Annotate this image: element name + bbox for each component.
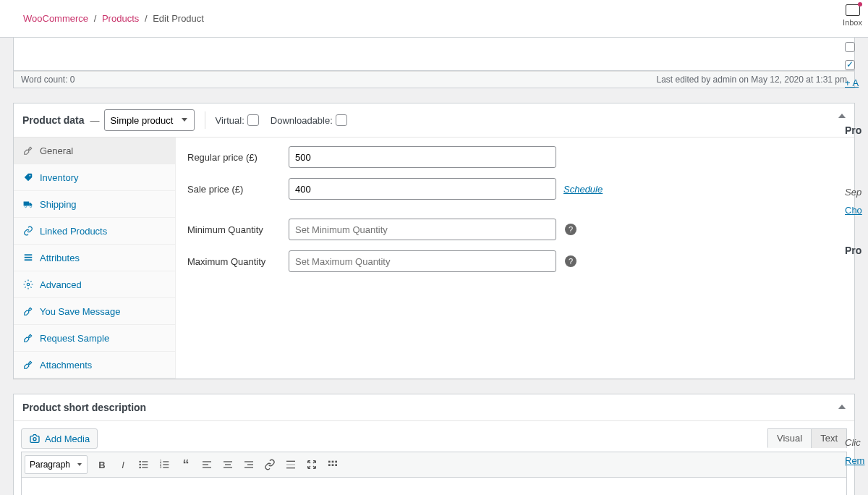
side-link-remove[interactable]: Rem [845,455,868,466]
svg-rect-6 [25,259,33,261]
svg-rect-31 [286,464,295,465]
min-qty-input[interactable] [289,219,556,240]
tab-inventory[interactable]: Inventory [14,164,175,190]
downloadable-checkbox[interactable] [336,114,347,126]
tab-attachments[interactable]: Attachments [14,352,175,378]
link-icon [22,225,34,237]
svg-rect-27 [244,461,253,462]
virtual-label: Virtual: [216,114,259,126]
media-icon [29,433,41,444]
short-description-editor[interactable] [21,478,847,495]
main-editor-area[interactable] [13,38,855,71]
align-right-button[interactable] [239,455,259,474]
svg-rect-20 [163,467,169,468]
inbox-label: Inbox [843,18,862,27]
italic-button[interactable]: I [113,455,133,474]
fullscreen-button[interactable] [302,455,322,474]
svg-point-7 [27,283,30,286]
sale-price-input[interactable] [289,178,556,200]
svg-point-11 [139,464,141,466]
side-text: Sep [845,187,868,198]
side-text: Clic [845,437,868,448]
downloadable-label: Downloadable: [271,114,347,126]
product-data-title: Product data [22,114,85,126]
svg-point-0 [29,175,30,177]
wrench-icon [22,359,34,371]
product-data-tabs: General Inventory Shipping Linked Prod [14,138,176,378]
svg-rect-32 [286,468,295,468]
tab-you-save-message[interactable]: You Save Message [14,298,175,324]
breadcrumb-current: Edit Product [153,13,204,24]
blockquote-button[interactable]: “ [176,455,196,474]
wrench-icon [22,332,34,344]
list-icon [22,252,34,263]
tab-request-sample[interactable]: Request Sample [14,325,175,351]
editor-toolbar: Paragraph B I 123 “ [21,452,847,478]
min-qty-label: Minimum Quantity [187,224,289,235]
breadcrumb: WooCommerce / Products / Edit Product [23,13,204,24]
wrench-icon [22,305,34,317]
breadcrumb-products[interactable]: Products [102,13,139,24]
tab-linked-products[interactable]: Linked Products [14,218,175,244]
svg-rect-5 [25,257,33,258]
svg-rect-14 [142,467,148,468]
read-more-button[interactable] [281,455,301,474]
svg-rect-18 [163,464,169,465]
help-icon[interactable]: ? [565,255,576,267]
product-data-box: Product data — Simple product Virtual: D… [13,103,855,379]
gear-icon [22,279,34,290]
svg-point-2 [25,206,26,207]
svg-rect-12 [142,464,148,465]
truck-icon [22,198,34,210]
editor-tab-visual[interactable]: Visual [767,428,812,448]
collapse-icon[interactable] [838,114,846,118]
svg-rect-34 [332,461,334,463]
inbox-icon [846,4,860,16]
svg-rect-38 [335,464,337,466]
svg-rect-29 [244,467,253,468]
svg-rect-4 [25,254,33,255]
format-select[interactable]: Paragraph [25,455,88,474]
side-link-choose[interactable]: Cho [845,205,868,216]
tab-general[interactable]: General [14,138,175,164]
svg-rect-37 [332,464,334,466]
last-edited: Last edited by admin on May 12, 2020 at … [656,75,847,85]
svg-rect-22 [203,464,208,465]
inbox-button[interactable]: Inbox [843,4,862,27]
checkbox-icon[interactable] [845,42,855,52]
add-media-button[interactable]: Add Media [21,428,98,449]
short-description-header: Product short description [14,394,854,421]
tab-advanced[interactable]: Advanced [14,271,175,297]
product-type-select[interactable]: Simple product [104,109,195,131]
tab-attributes[interactable]: Attributes [14,245,175,271]
svg-rect-28 [247,464,253,465]
side-heading: Pro [845,239,861,262]
breadcrumb-woocommerce[interactable]: WooCommerce [23,13,88,24]
svg-rect-1 [24,202,30,206]
svg-rect-36 [328,464,331,466]
tag-icon [22,172,34,183]
align-left-button[interactable] [197,455,217,474]
tab-shipping[interactable]: Shipping [14,191,175,217]
svg-rect-16 [163,461,169,462]
bullet-list-button[interactable] [134,455,154,474]
side-link-add[interactable]: + A [845,77,868,88]
numbered-list-button[interactable]: 123 [155,455,175,474]
regular-price-input[interactable] [289,146,556,168]
svg-rect-33 [328,461,331,463]
virtual-checkbox[interactable] [247,114,259,126]
link-button[interactable] [260,455,280,474]
svg-point-9 [139,461,141,463]
help-icon[interactable]: ? [565,224,576,235]
svg-rect-26 [224,467,232,468]
schedule-link[interactable]: Schedule [563,184,603,195]
checkbox-checked-icon[interactable] [845,60,855,70]
svg-rect-23 [203,467,211,468]
align-center-button[interactable] [218,455,238,474]
word-count: Word count: 0 [21,75,75,85]
svg-rect-25 [225,464,231,465]
max-qty-input[interactable] [289,250,556,272]
toolbar-toggle-button[interactable] [323,455,343,474]
bold-button[interactable]: B [92,455,112,474]
collapse-icon[interactable] [838,405,846,409]
